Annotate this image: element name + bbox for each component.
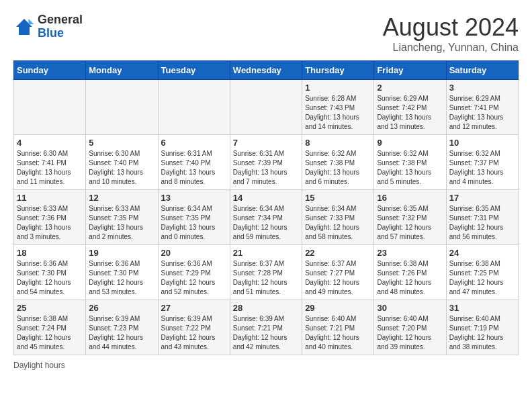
day-info: Sunrise: 6:36 AM Sunset: 7:30 PM Dayligh…: [17, 259, 83, 297]
day-number: 28: [233, 303, 299, 313]
day-cell: 11Sunrise: 6:33 AM Sunset: 7:36 PM Dayli…: [14, 190, 86, 245]
day-info: Sunrise: 6:34 AM Sunset: 7:33 PM Dayligh…: [305, 204, 371, 242]
day-number: 20: [161, 248, 227, 258]
day-info: Sunrise: 6:38 AM Sunset: 7:25 PM Dayligh…: [449, 259, 515, 297]
day-cell: 3Sunrise: 6:29 AM Sunset: 7:41 PM Daylig…: [446, 80, 518, 135]
day-cell: 9Sunrise: 6:32 AM Sunset: 7:38 PM Daylig…: [374, 135, 446, 190]
day-cell: 10Sunrise: 6:32 AM Sunset: 7:37 PM Dayli…: [446, 135, 518, 190]
day-number: 26: [89, 303, 154, 313]
day-cell: [158, 80, 230, 135]
week-row-3: 11Sunrise: 6:33 AM Sunset: 7:36 PM Dayli…: [14, 190, 519, 245]
day-cell: 2Sunrise: 6:29 AM Sunset: 7:42 PM Daylig…: [374, 80, 446, 135]
day-cell: 24Sunrise: 6:38 AM Sunset: 7:25 PM Dayli…: [446, 245, 518, 300]
day-info: Sunrise: 6:36 AM Sunset: 7:30 PM Dayligh…: [89, 259, 154, 297]
day-number: 9: [377, 138, 443, 148]
day-cell: 19Sunrise: 6:36 AM Sunset: 7:30 PM Dayli…: [86, 245, 158, 300]
day-number: 15: [305, 193, 371, 203]
day-number: 29: [305, 303, 371, 313]
day-info: Sunrise: 6:31 AM Sunset: 7:40 PM Dayligh…: [161, 149, 227, 187]
column-header-sunday: Sunday: [14, 61, 86, 80]
day-info: Sunrise: 6:31 AM Sunset: 7:39 PM Dayligh…: [233, 149, 299, 187]
day-number: 30: [377, 303, 443, 313]
day-number: 17: [449, 193, 515, 203]
day-info: Sunrise: 6:32 AM Sunset: 7:38 PM Dayligh…: [377, 149, 443, 187]
day-cell: 5Sunrise: 6:30 AM Sunset: 7:40 PM Daylig…: [86, 135, 158, 190]
day-number: 14: [233, 193, 299, 203]
day-number: 31: [449, 303, 515, 313]
calendar-header-row: SundayMondayTuesdayWednesdayThursdayFrid…: [14, 61, 519, 80]
day-number: 5: [89, 138, 154, 148]
column-header-thursday: Thursday: [302, 61, 374, 80]
day-cell: 8Sunrise: 6:32 AM Sunset: 7:38 PM Daylig…: [302, 135, 374, 190]
svg-marker-1: [28, 19, 34, 24]
day-number: 12: [89, 193, 154, 203]
day-cell: 22Sunrise: 6:37 AM Sunset: 7:27 PM Dayli…: [302, 245, 374, 300]
day-info: Sunrise: 6:37 AM Sunset: 7:28 PM Dayligh…: [233, 259, 299, 297]
day-cell: 18Sunrise: 6:36 AM Sunset: 7:30 PM Dayli…: [14, 245, 86, 300]
day-info: Sunrise: 6:36 AM Sunset: 7:29 PM Dayligh…: [161, 259, 227, 297]
logo: General Blue: [13, 13, 83, 40]
day-number: 1: [305, 83, 371, 93]
day-number: 16: [377, 193, 443, 203]
day-info: Sunrise: 6:39 AM Sunset: 7:22 PM Dayligh…: [161, 314, 227, 352]
logo-text: General Blue: [38, 13, 83, 40]
week-row-5: 25Sunrise: 6:38 AM Sunset: 7:24 PM Dayli…: [14, 300, 519, 355]
day-cell: 13Sunrise: 6:34 AM Sunset: 7:35 PM Dayli…: [158, 190, 230, 245]
day-cell: 23Sunrise: 6:38 AM Sunset: 7:26 PM Dayli…: [374, 245, 446, 300]
column-header-monday: Monday: [86, 61, 158, 80]
day-info: Sunrise: 6:38 AM Sunset: 7:26 PM Dayligh…: [377, 259, 443, 297]
day-cell: 16Sunrise: 6:35 AM Sunset: 7:32 PM Dayli…: [374, 190, 446, 245]
daylight-label: Daylight hours: [13, 361, 65, 370]
sub-title: Liancheng, Yunnan, China: [383, 42, 519, 54]
day-cell: [14, 80, 86, 135]
day-cell: 31Sunrise: 6:40 AM Sunset: 7:19 PM Dayli…: [446, 300, 518, 355]
week-row-1: 1Sunrise: 6:28 AM Sunset: 7:43 PM Daylig…: [14, 80, 519, 135]
header: General Blue August 2024 Liancheng, Yunn…: [13, 13, 519, 54]
day-info: Sunrise: 6:32 AM Sunset: 7:38 PM Dayligh…: [305, 149, 371, 187]
calendar-table: SundayMondayTuesdayWednesdayThursdayFrid…: [13, 60, 519, 355]
day-cell: 28Sunrise: 6:39 AM Sunset: 7:21 PM Dayli…: [230, 300, 302, 355]
day-cell: [86, 80, 158, 135]
main-title: August 2024: [383, 13, 519, 42]
day-number: 22: [305, 248, 371, 258]
day-cell: 15Sunrise: 6:34 AM Sunset: 7:33 PM Dayli…: [302, 190, 374, 245]
week-row-2: 4Sunrise: 6:30 AM Sunset: 7:41 PM Daylig…: [14, 135, 519, 190]
day-info: Sunrise: 6:32 AM Sunset: 7:37 PM Dayligh…: [449, 149, 515, 187]
day-info: Sunrise: 6:40 AM Sunset: 7:20 PM Dayligh…: [377, 314, 443, 352]
day-number: 10: [449, 138, 515, 148]
day-info: Sunrise: 6:35 AM Sunset: 7:32 PM Dayligh…: [377, 204, 443, 242]
day-number: 18: [17, 248, 83, 258]
column-header-saturday: Saturday: [446, 61, 518, 80]
day-cell: 25Sunrise: 6:38 AM Sunset: 7:24 PM Dayli…: [14, 300, 86, 355]
day-number: 11: [17, 193, 83, 203]
day-number: 3: [449, 83, 515, 93]
day-number: 24: [449, 248, 515, 258]
title-area: August 2024 Liancheng, Yunnan, China: [383, 13, 519, 54]
day-info: Sunrise: 6:40 AM Sunset: 7:21 PM Dayligh…: [305, 314, 371, 352]
column-header-wednesday: Wednesday: [230, 61, 302, 80]
day-cell: 20Sunrise: 6:36 AM Sunset: 7:29 PM Dayli…: [158, 245, 230, 300]
day-info: Sunrise: 6:40 AM Sunset: 7:19 PM Dayligh…: [449, 314, 515, 352]
day-info: Sunrise: 6:29 AM Sunset: 7:41 PM Dayligh…: [449, 94, 515, 132]
day-number: 25: [17, 303, 83, 313]
day-cell: [230, 80, 302, 135]
day-info: Sunrise: 6:28 AM Sunset: 7:43 PM Dayligh…: [305, 94, 371, 132]
logo-icon: [13, 16, 35, 38]
day-info: Sunrise: 6:39 AM Sunset: 7:21 PM Dayligh…: [233, 314, 299, 352]
day-number: 27: [161, 303, 227, 313]
day-number: 23: [377, 248, 443, 258]
day-cell: 26Sunrise: 6:39 AM Sunset: 7:23 PM Dayli…: [86, 300, 158, 355]
day-number: 4: [17, 138, 83, 148]
day-info: Sunrise: 6:33 AM Sunset: 7:36 PM Dayligh…: [17, 204, 83, 242]
day-info: Sunrise: 6:35 AM Sunset: 7:31 PM Dayligh…: [449, 204, 515, 242]
day-number: 2: [377, 83, 443, 93]
day-cell: 14Sunrise: 6:34 AM Sunset: 7:34 PM Dayli…: [230, 190, 302, 245]
day-info: Sunrise: 6:33 AM Sunset: 7:35 PM Dayligh…: [89, 204, 154, 242]
day-cell: 7Sunrise: 6:31 AM Sunset: 7:39 PM Daylig…: [230, 135, 302, 190]
day-number: 8: [305, 138, 371, 148]
day-cell: 1Sunrise: 6:28 AM Sunset: 7:43 PM Daylig…: [302, 80, 374, 135]
day-info: Sunrise: 6:29 AM Sunset: 7:42 PM Dayligh…: [377, 94, 443, 132]
column-header-tuesday: Tuesday: [158, 61, 230, 80]
day-number: 19: [89, 248, 154, 258]
week-row-4: 18Sunrise: 6:36 AM Sunset: 7:30 PM Dayli…: [14, 245, 519, 300]
